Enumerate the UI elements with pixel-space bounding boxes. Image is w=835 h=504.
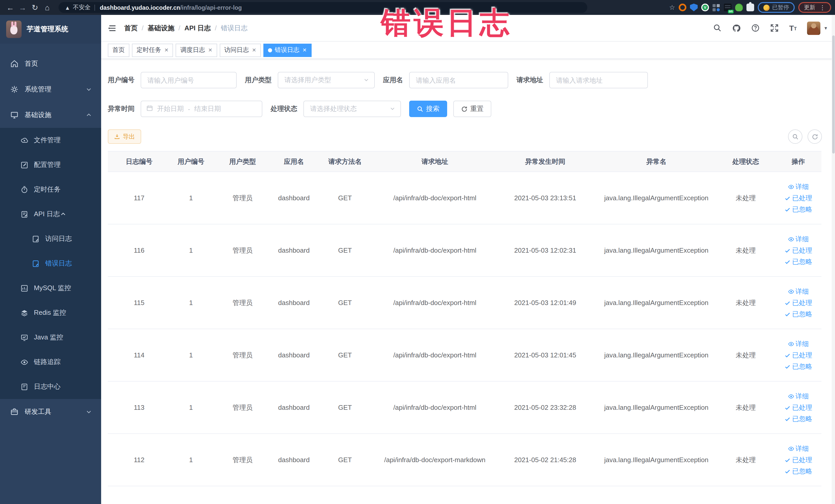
- detail-link[interactable]: 详细: [788, 235, 809, 244]
- sidebar-item-log-center[interactable]: 日志中心: [0, 374, 101, 399]
- check-icon: [785, 259, 791, 265]
- mark-processed-link[interactable]: 已处理: [785, 403, 812, 412]
- mark-ignored-link[interactable]: 已忽略: [785, 257, 812, 266]
- close-icon[interactable]: ✕: [164, 47, 169, 53]
- action-label: 已忽略: [792, 205, 812, 214]
- sidebar-item-dev-tools[interactable]: 研发工具: [0, 399, 101, 425]
- scrollbar-thumb[interactable]: [832, 36, 835, 154]
- mark-processed-link[interactable]: 已处理: [785, 193, 812, 203]
- detail-link[interactable]: 详细: [788, 339, 809, 348]
- browser-forward-icon[interactable]: →: [16, 2, 29, 13]
- table-row: 1151管理员dashboardGET/api/infra/db-doc/exp…: [108, 277, 821, 329]
- sidebar-item-label: 错误日志: [45, 259, 72, 268]
- browser-reload-icon[interactable]: ↻: [29, 2, 41, 13]
- close-icon[interactable]: ✕: [208, 47, 212, 53]
- process-status-select[interactable]: 请选择处理状态: [303, 101, 401, 117]
- browser-back-icon[interactable]: ←: [4, 2, 16, 13]
- user-type-select[interactable]: 请选择用户类型: [278, 72, 375, 88]
- sidebar-collapse-icon[interactable]: [108, 24, 117, 32]
- sidebar-item-label: 日志中心: [34, 382, 61, 391]
- sidebar-item-label: 配置管理: [34, 160, 61, 169]
- breadcrumb-item[interactable]: API 日志: [185, 23, 211, 33]
- extension-v-icon[interactable]: V: [701, 4, 709, 11]
- cell-exception-time: 2021-05-03 12:02:31: [494, 224, 596, 277]
- tab-error-log[interactable]: 错误日志✕: [263, 43, 311, 57]
- mark-ignored-link[interactable]: 已忽略: [785, 205, 812, 214]
- exception-time-range-picker[interactable]: 开始日期 - 结束日期: [141, 101, 262, 117]
- timer-icon: [21, 186, 28, 193]
- cell-request-url: /api/infra/db-doc/export-html: [376, 277, 494, 329]
- mark-ignored-link[interactable]: 已忽略: [785, 309, 812, 319]
- tab-home[interactable]: 首页: [108, 43, 129, 57]
- extension-on-toggle-icon[interactable]: on: [724, 4, 732, 11]
- sidebar-item-home[interactable]: 首页: [0, 51, 101, 77]
- user-id-input[interactable]: [141, 72, 237, 88]
- close-icon[interactable]: ✕: [302, 47, 307, 53]
- sidebar-item-infrastructure[interactable]: 基础设施: [0, 102, 101, 128]
- reset-button-label: 重置: [470, 104, 484, 114]
- app-logo: [6, 21, 22, 38]
- check-icon: [785, 300, 791, 306]
- cell-exception-name: java.lang.IllegalArgumentException: [596, 381, 716, 434]
- breadcrumb-item[interactable]: 首页: [124, 23, 138, 33]
- tab-access-log[interactable]: 访问日志✕: [220, 43, 261, 57]
- profile-paused-badge[interactable]: 已暂停: [758, 2, 795, 13]
- github-icon[interactable]: [732, 24, 741, 32]
- sidebar-item-java-monitor[interactable]: Java 监控: [0, 325, 101, 350]
- refresh-table-button[interactable]: [808, 129, 822, 144]
- breadcrumb-item[interactable]: 基础设施: [148, 23, 174, 33]
- column-header: 请求地址: [376, 151, 494, 172]
- tab-scheduled-jobs[interactable]: 定时任务✕: [132, 43, 173, 57]
- request-url-input[interactable]: [549, 72, 648, 88]
- page-scrollbar[interactable]: [832, 15, 835, 504]
- browser-home-icon[interactable]: ⌂: [41, 2, 54, 13]
- cell-user-type: 管理员: [211, 277, 273, 329]
- mark-ignored-link[interactable]: 已忽略: [785, 414, 812, 423]
- mark-ignored-link[interactable]: 已忽略: [785, 466, 812, 476]
- extension-shield-icon[interactable]: [690, 4, 698, 11]
- avatar[interactable]: [807, 21, 820, 35]
- sidebar-item-system[interactable]: 系统管理: [0, 77, 101, 102]
- detail-link[interactable]: 详细: [788, 182, 809, 191]
- reset-button[interactable]: 重置: [453, 101, 491, 117]
- detail-link[interactable]: 详细: [788, 444, 809, 453]
- bookmark-star-icon[interactable]: ☆: [669, 4, 675, 11]
- sidebar-item-access-log[interactable]: 访问日志: [0, 226, 101, 251]
- extension-plant-icon[interactable]: [735, 4, 743, 11]
- extensions-puzzle-icon[interactable]: [747, 4, 754, 11]
- search-icon[interactable]: [713, 24, 722, 32]
- mark-processed-link[interactable]: 已处理: [785, 455, 812, 464]
- sidebar-item-api-log[interactable]: API 日志: [0, 202, 101, 226]
- toggle-search-button[interactable]: [788, 129, 802, 144]
- mark-processed-link[interactable]: 已处理: [785, 350, 812, 360]
- browser-update-button[interactable]: 更新 ⋮: [798, 2, 831, 13]
- search-button[interactable]: 搜索: [409, 101, 447, 117]
- export-button[interactable]: 导出: [108, 129, 141, 144]
- help-icon[interactable]: [751, 24, 760, 32]
- sidebar-item-trace[interactable]: 链路追踪: [0, 350, 101, 374]
- detail-link[interactable]: 详细: [788, 391, 809, 401]
- app-name-input[interactable]: [409, 72, 508, 88]
- sidebar-item-error-log[interactable]: 错误日志: [0, 251, 101, 276]
- close-icon[interactable]: ✕: [252, 47, 257, 53]
- sidebar-item-mysql-monitor[interactable]: MySQL 监控: [0, 276, 101, 300]
- mark-processed-link[interactable]: 已处理: [785, 298, 812, 307]
- detail-link[interactable]: 详细: [788, 287, 809, 296]
- sidebar-item-redis-monitor[interactable]: Redis 监控: [0, 300, 101, 325]
- chevron-down-icon: [86, 409, 92, 415]
- end-date-placeholder: 结束日期: [194, 104, 221, 114]
- sidebar-item-scheduled-jobs[interactable]: 定时任务: [0, 177, 101, 202]
- sidebar-item-config-management[interactable]: 配置管理: [0, 153, 101, 177]
- mark-ignored-link[interactable]: 已忽略: [785, 362, 812, 371]
- extension-grid-icon[interactable]: [713, 4, 720, 11]
- font-size-icon[interactable]: TT: [789, 25, 797, 31]
- sidebar-item-file-management[interactable]: 文件管理: [0, 128, 101, 153]
- fullscreen-icon[interactable]: [770, 24, 779, 32]
- browser-menu-icon[interactable]: ⋮: [819, 4, 826, 11]
- user-menu[interactable]: ▾: [807, 21, 827, 35]
- cell-actions: 详细已处理已忽略: [775, 381, 821, 434]
- mark-processed-link[interactable]: 已处理: [785, 246, 812, 255]
- not-secure-label: 不安全: [73, 4, 90, 11]
- tab-schedule-log[interactable]: 调度日志✕: [176, 43, 217, 57]
- extension-orange-icon[interactable]: [679, 4, 686, 11]
